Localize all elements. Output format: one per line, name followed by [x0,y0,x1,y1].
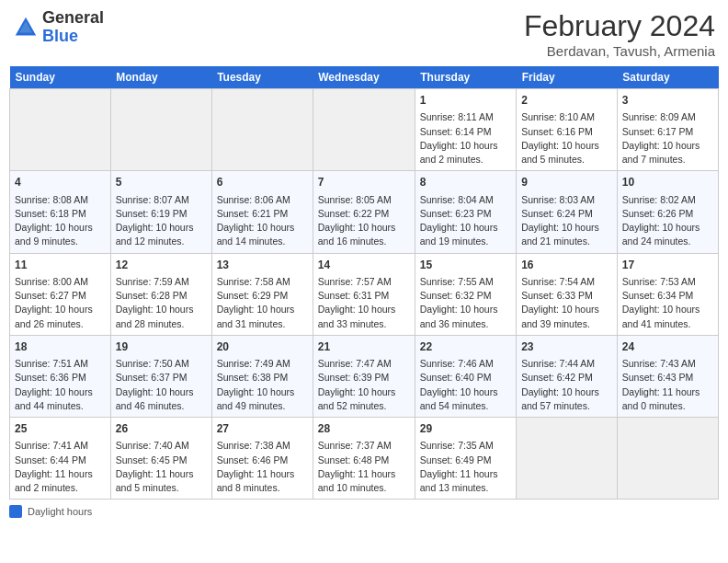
col-header-monday: Monday [110,66,211,89]
calendar-cell: 27Sunrise: 7:38 AM Sunset: 6:46 PM Dayli… [211,418,313,500]
week-row-4: 18Sunrise: 7:51 AM Sunset: 6:36 PM Dayli… [10,335,719,417]
day-number: 6 [217,175,308,190]
calendar-cell: 10Sunrise: 8:02 AM Sunset: 6:26 PM Dayli… [617,171,718,253]
day-number: 18 [15,339,106,355]
day-number: 24 [622,339,713,355]
calendar-cell: 18Sunrise: 7:51 AM Sunset: 6:36 PM Dayli… [10,335,111,417]
location: Berdavan, Tavush, Armenia [524,43,715,59]
day-info: Sunrise: 8:08 AM Sunset: 6:18 PM Dayligh… [15,193,106,249]
day-info: Sunrise: 7:46 AM Sunset: 6:40 PM Dayligh… [420,357,511,413]
day-number: 26 [116,421,207,437]
calendar-cell [211,89,313,171]
calendar-table: SundayMondayTuesdayWednesdayThursdayFrid… [9,66,719,500]
calendar-cell [110,89,211,171]
calendar-cell: 13Sunrise: 7:58 AM Sunset: 6:29 PM Dayli… [211,253,313,335]
day-info: Sunrise: 8:10 AM Sunset: 6:16 PM Dayligh… [521,110,612,167]
day-info: Sunrise: 7:41 AM Sunset: 6:44 PM Dayligh… [15,439,106,495]
calendar-cell: 7Sunrise: 8:05 AM Sunset: 6:22 PM Daylig… [313,171,415,253]
legend-box [9,505,22,518]
calendar-cell: 1Sunrise: 8:11 AM Sunset: 6:14 PM Daylig… [415,89,516,171]
day-info: Sunrise: 7:50 AM Sunset: 6:37 PM Dayligh… [116,357,207,413]
day-info: Sunrise: 8:04 AM Sunset: 6:23 PM Dayligh… [420,193,511,249]
day-info: Sunrise: 7:35 AM Sunset: 6:49 PM Dayligh… [420,439,511,495]
calendar-cell: 5Sunrise: 8:07 AM Sunset: 6:19 PM Daylig… [110,171,211,253]
day-number: 17 [622,258,713,273]
calendar-cell: 19Sunrise: 7:50 AM Sunset: 6:37 PM Dayli… [110,335,211,417]
day-number: 16 [521,258,612,273]
week-row-1: 1Sunrise: 8:11 AM Sunset: 6:14 PM Daylig… [10,89,719,171]
day-number: 28 [318,421,410,437]
col-header-thursday: Thursday [415,66,516,89]
day-number: 8 [420,175,511,190]
day-number: 22 [420,339,511,355]
col-header-tuesday: Tuesday [211,66,313,89]
calendar-cell: 17Sunrise: 7:53 AM Sunset: 6:34 PM Dayli… [617,253,718,335]
day-number: 12 [116,258,207,273]
day-number: 29 [420,421,511,437]
day-info: Sunrise: 8:07 AM Sunset: 6:19 PM Dayligh… [116,193,207,249]
day-info: Sunrise: 8:09 AM Sunset: 6:17 PM Dayligh… [622,110,713,167]
day-info: Sunrise: 8:02 AM Sunset: 6:26 PM Dayligh… [622,193,713,249]
col-header-saturday: Saturday [617,66,718,89]
calendar-cell [313,89,415,171]
col-header-sunday: Sunday [10,66,111,89]
calendar-cell: 20Sunrise: 7:49 AM Sunset: 6:38 PM Dayli… [211,335,313,417]
calendar-cell: 15Sunrise: 7:55 AM Sunset: 6:32 PM Dayli… [415,253,516,335]
day-info: Sunrise: 8:06 AM Sunset: 6:21 PM Dayligh… [217,193,308,249]
calendar-cell: 21Sunrise: 7:47 AM Sunset: 6:39 PM Dayli… [313,335,415,417]
calendar-cell [10,89,111,171]
day-number: 25 [15,421,106,437]
logo: General Blue [13,9,104,46]
calendar-cell: 2Sunrise: 8:10 AM Sunset: 6:16 PM Daylig… [517,89,618,171]
logo-text: General Blue [42,9,104,46]
week-row-3: 11Sunrise: 8:00 AM Sunset: 6:27 PM Dayli… [10,253,719,335]
day-number: 2 [521,93,612,109]
calendar-cell: 11Sunrise: 8:00 AM Sunset: 6:27 PM Dayli… [10,253,111,335]
page-header: General Blue February 2024 Berdavan, Tav… [9,9,719,59]
calendar-cell: 16Sunrise: 7:54 AM Sunset: 6:33 PM Dayli… [517,253,618,335]
day-number: 21 [318,339,410,355]
day-number: 1 [420,93,511,109]
col-header-friday: Friday [517,66,618,89]
day-number: 20 [217,339,308,355]
logo-general: General [42,8,104,27]
calendar-cell: 14Sunrise: 7:57 AM Sunset: 6:31 PM Dayli… [313,253,415,335]
calendar-cell: 25Sunrise: 7:41 AM Sunset: 6:44 PM Dayli… [10,418,111,500]
logo-icon [13,15,39,40]
day-info: Sunrise: 7:55 AM Sunset: 6:32 PM Dayligh… [420,275,511,331]
day-info: Sunrise: 7:49 AM Sunset: 6:38 PM Dayligh… [217,357,308,413]
day-number: 13 [217,258,308,273]
day-number: 23 [521,339,612,355]
month-title: February 2024 [524,9,715,43]
calendar-cell: 4Sunrise: 8:08 AM Sunset: 6:18 PM Daylig… [10,171,111,253]
day-number: 11 [15,258,106,273]
week-row-5: 25Sunrise: 7:41 AM Sunset: 6:44 PM Dayli… [10,418,719,500]
day-number: 14 [318,258,410,273]
day-info: Sunrise: 7:51 AM Sunset: 6:36 PM Dayligh… [15,357,106,413]
day-number: 3 [622,93,713,109]
day-info: Sunrise: 8:03 AM Sunset: 6:24 PM Dayligh… [521,193,612,249]
day-info: Sunrise: 8:11 AM Sunset: 6:14 PM Dayligh… [420,110,511,167]
day-number: 9 [521,175,612,190]
calendar-cell: 9Sunrise: 8:03 AM Sunset: 6:24 PM Daylig… [517,171,618,253]
day-info: Sunrise: 7:58 AM Sunset: 6:29 PM Dayligh… [217,275,308,331]
day-info: Sunrise: 7:53 AM Sunset: 6:34 PM Dayligh… [622,275,713,331]
header-row: SundayMondayTuesdayWednesdayThursdayFrid… [10,66,719,89]
calendar-cell: 26Sunrise: 7:40 AM Sunset: 6:45 PM Dayli… [110,418,211,500]
day-info: Sunrise: 7:54 AM Sunset: 6:33 PM Dayligh… [521,275,612,331]
calendar-cell [617,418,718,500]
day-info: Sunrise: 7:57 AM Sunset: 6:31 PM Dayligh… [318,275,410,331]
day-info: Sunrise: 7:40 AM Sunset: 6:45 PM Dayligh… [116,439,207,495]
calendar-cell: 12Sunrise: 7:59 AM Sunset: 6:28 PM Dayli… [110,253,211,335]
day-number: 5 [116,175,207,190]
calendar-cell: 23Sunrise: 7:44 AM Sunset: 6:42 PM Dayli… [517,335,618,417]
day-info: Sunrise: 7:38 AM Sunset: 6:46 PM Dayligh… [217,439,308,495]
col-header-wednesday: Wednesday [313,66,415,89]
calendar-cell: 29Sunrise: 7:35 AM Sunset: 6:49 PM Dayli… [415,418,516,500]
day-info: Sunrise: 8:05 AM Sunset: 6:22 PM Dayligh… [318,193,410,249]
day-number: 15 [420,258,511,273]
calendar-cell: 6Sunrise: 8:06 AM Sunset: 6:21 PM Daylig… [211,171,313,253]
day-number: 4 [15,175,106,190]
calendar-cell: 28Sunrise: 7:37 AM Sunset: 6:48 PM Dayli… [313,418,415,500]
legend: Daylight hours [9,505,719,518]
